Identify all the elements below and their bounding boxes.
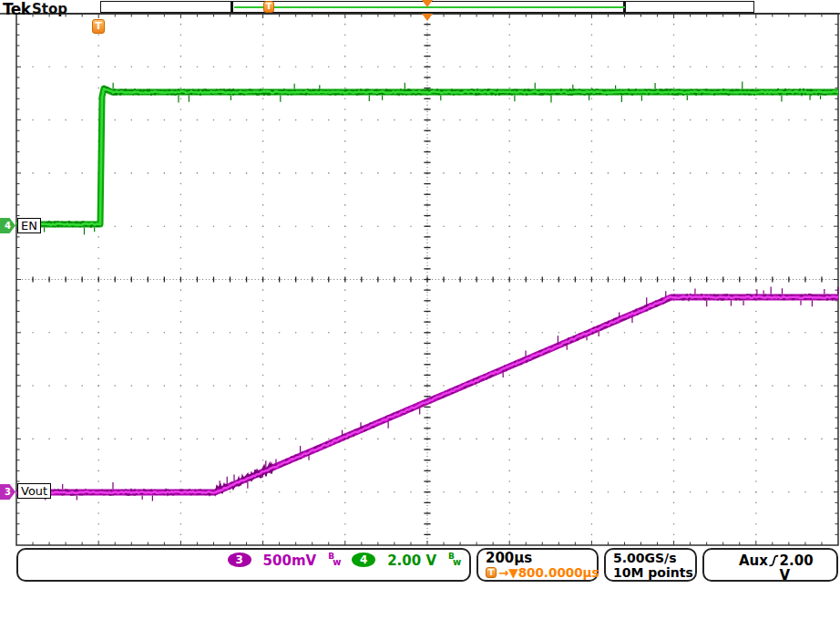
view-window-left-bracket	[230, 1, 233, 13]
tek-logo: Tek	[3, 0, 31, 18]
acquisition-readout-box[interactable]: 5.00GS/s 10M points	[604, 548, 697, 582]
trigger-delay-icon: T	[486, 567, 497, 578]
record-length-readout: 10M points	[613, 565, 695, 580]
bw-w: w	[333, 557, 341, 567]
trigger-delay-readout: →▼800.0000µs	[498, 565, 599, 580]
channel-3-badge[interactable]: 3	[228, 553, 251, 567]
rising-edge-slope-icon	[768, 554, 780, 567]
acquisition-status: Stop	[32, 1, 67, 17]
expansion-point-icon	[422, 14, 433, 21]
timebase-readout: 200µs	[486, 551, 597, 565]
channel-3-bandwidth-limit-icon: B w	[328, 553, 340, 567]
trigger-position-icon[interactable]: T	[263, 1, 274, 13]
trace-label-vout: Vout	[17, 483, 51, 499]
trigger-point-icon[interactable]: T	[92, 19, 105, 34]
bw-w: w	[453, 557, 461, 567]
channel-4-scale[interactable]: 2.00 V	[387, 553, 436, 569]
channel-readouts-box[interactable]: 3 500mV B w 4 2.00 V B w	[16, 548, 471, 582]
expansion-point-icon	[422, 0, 433, 7]
trace-label-en: EN	[17, 218, 41, 233]
trigger-level-readout: 2.00 V	[780, 553, 827, 583]
trigger-source-readout: Aux	[739, 553, 768, 568]
channel-4-bandwidth-limit-icon: B w	[448, 553, 460, 567]
channel-3-scale[interactable]: 500mV	[263, 553, 317, 569]
horizontal-readout-box[interactable]: 200µs T →▼800.0000µs	[476, 548, 599, 582]
channel-4-badge[interactable]: 4	[352, 553, 375, 567]
sample-rate-readout: 5.00GS/s	[613, 551, 695, 565]
trigger-readout-box[interactable]: Aux 2.00 V	[702, 548, 838, 582]
graticule-and-waveform-display	[0, 0, 840, 547]
